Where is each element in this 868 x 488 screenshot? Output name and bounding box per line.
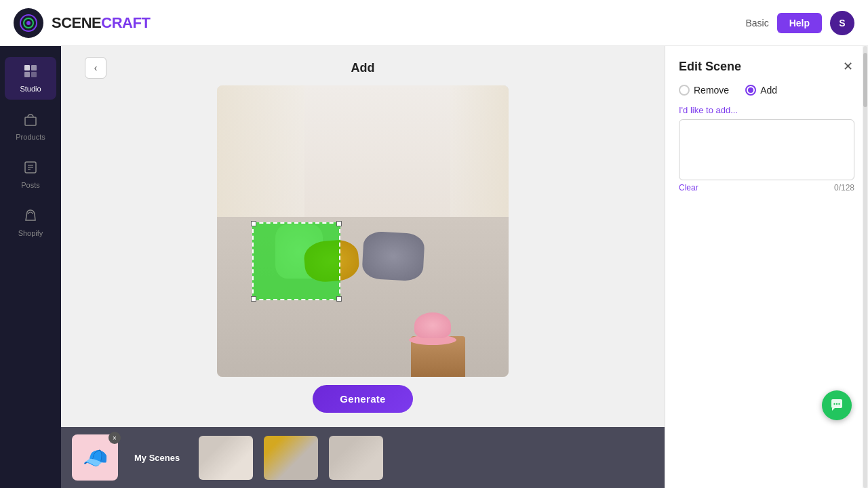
svg-point-13 bbox=[836, 403, 837, 405]
prompt-label: I'd like to add... bbox=[679, 105, 854, 115]
products-icon bbox=[23, 112, 38, 130]
app-name: SCENECRAFT bbox=[52, 14, 150, 32]
pink-hat bbox=[409, 308, 456, 345]
radio-add-label: Add bbox=[760, 85, 777, 96]
radio-add[interactable]: Add bbox=[745, 85, 777, 96]
panel-scrollbar[interactable] bbox=[863, 46, 868, 488]
filmstrip: 🧢 × My Scenes bbox=[61, 427, 665, 488]
svg-rect-4 bbox=[31, 65, 37, 70]
sidebar-item-products-label: Products bbox=[16, 133, 45, 141]
scrollbar-track bbox=[863, 46, 867, 488]
sidebar-item-studio[interactable]: Studio bbox=[5, 57, 56, 100]
sidebar-item-posts-label: Posts bbox=[21, 181, 40, 189]
canvas-header: ‹ Add bbox=[85, 57, 641, 79]
radio-group: Remove Add bbox=[679, 85, 854, 96]
sidebar-item-shopify-label: Shopify bbox=[18, 229, 43, 237]
close-panel-button[interactable]: ✕ bbox=[838, 57, 857, 76]
scene-thumbnail-2[interactable] bbox=[264, 436, 318, 480]
generate-button[interactable]: Generate bbox=[313, 385, 412, 413]
handle-top-left[interactable] bbox=[251, 221, 256, 226]
app-logo-icon bbox=[14, 8, 43, 38]
handle-bottom-left[interactable] bbox=[251, 296, 256, 302]
sidebar: Studio Products Posts bbox=[0, 46, 61, 488]
posts-icon bbox=[23, 160, 38, 178]
radio-remove-circle bbox=[679, 85, 690, 96]
svg-rect-5 bbox=[24, 72, 30, 77]
back-button[interactable]: ‹ bbox=[85, 57, 106, 79]
shopify-icon bbox=[23, 208, 38, 226]
canvas-wrapper: ‹ Add bbox=[61, 46, 665, 427]
main-layout: Studio Products Posts bbox=[0, 46, 868, 488]
handle-top-right[interactable] bbox=[336, 221, 342, 226]
svg-rect-3 bbox=[24, 65, 30, 70]
product-remove-badge[interactable]: × bbox=[108, 432, 121, 444]
canvas-title: Add bbox=[351, 61, 375, 75]
help-button[interactable]: Help bbox=[777, 13, 822, 33]
textarea-footer: Clear 0/128 bbox=[679, 183, 854, 192]
my-scenes-label: My Scenes bbox=[134, 453, 180, 463]
radio-remove-label: Remove bbox=[694, 85, 729, 96]
svg-point-14 bbox=[838, 403, 840, 405]
avatar[interactable]: S bbox=[830, 11, 854, 35]
product-thumbnail-wrap: 🧢 × bbox=[72, 434, 118, 481]
svg-point-2 bbox=[26, 21, 31, 25]
scene-thumbnail-1[interactable] bbox=[199, 436, 253, 480]
clear-link[interactable]: Clear bbox=[679, 183, 698, 192]
char-count: 0/128 bbox=[834, 183, 854, 192]
topbar-right: Basic Help S bbox=[745, 11, 854, 35]
topbar: SCENECRAFT Basic Help S bbox=[0, 0, 868, 46]
studio-icon bbox=[23, 64, 38, 82]
chat-button[interactable] bbox=[822, 390, 852, 420]
radio-add-circle bbox=[745, 85, 756, 96]
scene-canvas[interactable] bbox=[217, 85, 509, 377]
pillow-gray bbox=[361, 231, 425, 282]
scene-background bbox=[217, 85, 509, 377]
scrollbar-thumb[interactable] bbox=[863, 53, 867, 107]
scene-thumbnail-3[interactable] bbox=[329, 436, 383, 480]
generate-btn-wrap: Generate bbox=[313, 385, 412, 413]
sidebar-item-products[interactable]: Products bbox=[5, 105, 56, 148]
sidebar-item-posts[interactable]: Posts bbox=[5, 153, 56, 196]
edit-panel: Edit Scene ✕ Remove Add I'd like to add.… bbox=[665, 46, 868, 488]
selection-box[interactable] bbox=[252, 222, 340, 300]
prompt-textarea[interactable] bbox=[679, 119, 854, 180]
product-hat-icon: 🧢 bbox=[83, 446, 108, 470]
radio-remove[interactable]: Remove bbox=[679, 85, 729, 96]
svg-rect-6 bbox=[31, 72, 37, 77]
content-area: ‹ Add bbox=[61, 46, 665, 488]
sidebar-item-shopify[interactable]: Shopify bbox=[5, 201, 56, 244]
svg-point-12 bbox=[833, 403, 835, 405]
basic-link[interactable]: Basic bbox=[745, 18, 768, 28]
edit-panel-title: Edit Scene bbox=[679, 60, 854, 74]
handle-bottom-right[interactable] bbox=[336, 296, 342, 302]
svg-rect-7 bbox=[25, 117, 36, 125]
sidebar-item-studio-label: Studio bbox=[20, 85, 41, 93]
